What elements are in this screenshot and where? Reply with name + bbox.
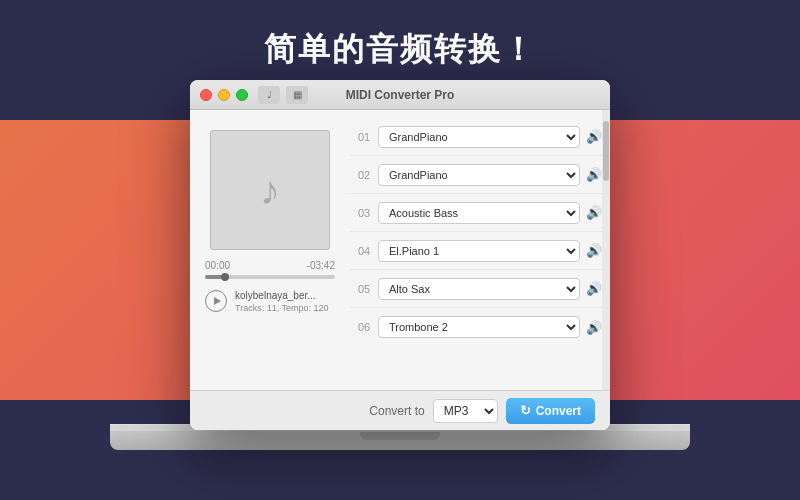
album-art: ♪ (210, 130, 330, 250)
right-panel: 01GrandPiano🔊02GrandPiano🔊03Acoustic Bas… (350, 110, 610, 390)
progress-dot (221, 273, 229, 281)
play-button[interactable] (205, 290, 227, 312)
minimize-button[interactable] (218, 89, 230, 101)
window-content: ♪ 00:00 -03:42 kolybelnaya_ber... (190, 110, 610, 390)
progress-bar[interactable] (205, 275, 335, 279)
scrollbar-thumb[interactable] (603, 121, 609, 181)
track-name: kolybelnaya_ber... (235, 289, 329, 303)
left-panel: ♪ 00:00 -03:42 kolybelnaya_ber... (190, 110, 350, 390)
track-number: 05 (350, 283, 378, 295)
instrument-select[interactable]: GrandPiano (378, 126, 580, 148)
page-title: 简单的音频转换！ (0, 28, 800, 72)
volume-icon[interactable]: 🔊 (586, 205, 602, 220)
convert-label: Convert to (369, 404, 424, 418)
instrument-select[interactable]: Trombone 2 (378, 316, 580, 338)
close-button[interactable] (200, 89, 212, 101)
bottom-bar: Convert to MP3 WAV AAC FLAC OGG ↻ Conver… (190, 390, 610, 430)
instrument-select[interactable]: Acoustic Bass (378, 202, 580, 224)
track-number: 01 (350, 131, 378, 143)
volume-icon[interactable]: 🔊 (586, 129, 602, 144)
track-details: kolybelnaya_ber... Tracks: 11, Tempo: 12… (235, 289, 329, 313)
time-row: 00:00 -03:42 (205, 260, 335, 271)
track-meta: Tracks: 11, Tempo: 120 (235, 303, 329, 313)
time-end: -03:42 (307, 260, 335, 271)
track-row: 04El.Piano 1🔊 (350, 232, 610, 270)
tracks-container: 01GrandPiano🔊02GrandPiano🔊03Acoustic Bas… (350, 118, 610, 346)
volume-icon[interactable]: 🔊 (586, 167, 602, 182)
play-icon (214, 297, 221, 305)
track-row: 03Acoustic Bass🔊 (350, 194, 610, 232)
toolbar-icons: ♩ ▦ (258, 86, 308, 104)
laptop-frame: ♩ ▦ MIDI Converter Pro ♪ 00:00 -03:42 (110, 80, 690, 450)
time-start: 00:00 (205, 260, 230, 271)
volume-icon[interactable]: 🔊 (586, 243, 602, 258)
laptop-notch (360, 432, 440, 440)
track-row: 05Alto Sax🔊 (350, 270, 610, 308)
track-number: 06 (350, 321, 378, 333)
music-note-icon: ♪ (260, 168, 280, 213)
convert-button-label: Convert (536, 404, 581, 418)
instrument-select[interactable]: Alto Sax (378, 278, 580, 300)
grid-toolbar-icon[interactable]: ▦ (286, 86, 308, 104)
volume-icon[interactable]: 🔊 (586, 320, 602, 335)
window-title: MIDI Converter Pro (346, 88, 455, 102)
traffic-lights (200, 89, 248, 101)
scrollbar-track[interactable] (602, 110, 610, 390)
mac-window: ♩ ▦ MIDI Converter Pro ♪ 00:00 -03:42 (190, 80, 610, 430)
instrument-select[interactable]: El.Piano 1 (378, 240, 580, 262)
instrument-select[interactable]: GrandPiano (378, 164, 580, 186)
music-toolbar-icon[interactable]: ♩ (258, 86, 280, 104)
track-row: 01GrandPiano🔊 (350, 118, 610, 156)
title-bar: ♩ ▦ MIDI Converter Pro (190, 80, 610, 110)
volume-icon[interactable]: 🔊 (586, 281, 602, 296)
convert-button[interactable]: ↻ Convert (506, 398, 595, 424)
track-info: kolybelnaya_ber... Tracks: 11, Tempo: 12… (205, 289, 335, 313)
laptop-base (110, 430, 690, 450)
track-row: 06Trombone 2🔊 (350, 308, 610, 346)
track-number: 03 (350, 207, 378, 219)
track-row: 02GrandPiano🔊 (350, 156, 610, 194)
format-select[interactable]: MP3 WAV AAC FLAC OGG (433, 399, 498, 423)
fullscreen-button[interactable] (236, 89, 248, 101)
convert-icon: ↻ (520, 403, 531, 418)
track-number: 02 (350, 169, 378, 181)
track-number: 04 (350, 245, 378, 257)
